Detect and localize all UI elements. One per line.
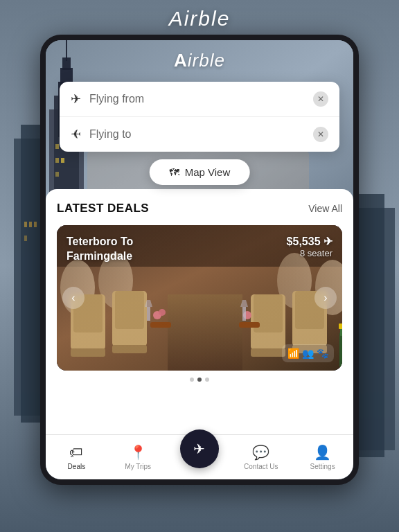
pets-icon: 🐾 <box>317 348 328 359</box>
deal-seats: 8 seater <box>287 248 332 258</box>
svg-rect-22 <box>55 172 59 177</box>
deal-price: $5,535 ✈ <box>287 235 332 248</box>
svg-rect-5 <box>34 222 37 227</box>
flying-to-row[interactable]: ✈ Flying to ✕ <box>60 117 339 152</box>
nav-contact-us[interactable]: 💬 Contact Us <box>230 438 292 476</box>
nav-deals[interactable]: 🏷 Deals <box>46 439 107 476</box>
svg-rect-18 <box>55 144 59 149</box>
map-view-label: Map View <box>185 166 231 178</box>
tablet-frame: Airble ✈ Flying from ✕ ✈ Flying to ✕ 🗺 M… <box>40 35 359 485</box>
passengers-icon: 👥 <box>302 348 314 359</box>
deal-route-line1: Teterboro To <box>66 235 133 249</box>
fab-plane-icon: ✈ <box>193 441 205 457</box>
landing-icon: ✈ <box>71 127 81 142</box>
flying-from-label: Flying from <box>89 93 313 105</box>
wifi-icon: 📶 <box>287 348 299 359</box>
trips-icon: 📍 <box>130 444 147 461</box>
deal-route-line2: Farmingdale <box>66 249 133 264</box>
deal-card[interactable]: Teterboro To Farmingdale $5,535 ✈ 8 seat… <box>57 225 342 371</box>
dot-1 <box>190 378 194 382</box>
flying-to-label: Flying to <box>89 128 313 141</box>
trips-nav-label: My Trips <box>125 463 151 470</box>
nav-settings[interactable]: 👤 Settings <box>292 438 353 476</box>
map-view-button[interactable]: 🗺 Map View <box>150 159 250 185</box>
deals-section: LATEST DEALS View All <box>46 189 353 434</box>
tablet-inner: Airble ✈ Flying from ✕ ✈ Flying to ✕ 🗺 M… <box>46 40 353 479</box>
deal-price-container: $5,535 ✈ 8 seater <box>287 235 332 258</box>
clear-to-button[interactable]: ✕ <box>313 127 328 142</box>
deals-icon: 🏷 <box>69 445 83 461</box>
view-all-link[interactable]: View All <box>308 203 342 214</box>
deal-card-bg: Teterboro To Farmingdale $5,535 ✈ 8 seat… <box>57 225 342 371</box>
contact-icon: 💬 <box>252 444 269 461</box>
map-icon: 🗺 <box>169 166 179 178</box>
carousel-dots <box>57 378 342 382</box>
dot-3 <box>205 378 209 382</box>
deal-route-container: Teterboro To Farmingdale <box>66 235 133 264</box>
svg-rect-20 <box>55 158 59 163</box>
deals-title: LATEST DEALS <box>57 202 149 215</box>
svg-rect-17 <box>66 40 67 61</box>
takeoff-icon: ✈ <box>71 91 81 107</box>
settings-nav-label: Settings <box>310 463 335 470</box>
deal-overlay: Teterboro To Farmingdale $5,535 ✈ 8 seat… <box>57 225 342 371</box>
nav-my-trips[interactable]: 📍 My Trips <box>107 438 169 476</box>
contact-nav-label: Contact Us <box>244 463 278 470</box>
svg-rect-4 <box>29 222 32 227</box>
app-title-outer: Airble <box>169 7 231 30</box>
settings-icon: 👤 <box>314 444 331 461</box>
amenity-icons: 📶 👥 🐾 <box>282 344 334 362</box>
deals-header: LATEST DEALS View All <box>57 202 342 215</box>
clear-from-button[interactable]: ✕ <box>313 91 328 107</box>
flying-from-row[interactable]: ✈ Flying from ✕ <box>60 82 339 117</box>
svg-rect-6 <box>24 236 27 241</box>
search-fab-button[interactable]: ✈ <box>180 429 219 468</box>
app-background: Airble <box>0 0 399 532</box>
dot-2 <box>197 378 202 382</box>
app-brand: Airble <box>174 50 225 71</box>
search-card: ✈ Flying from ✕ ✈ Flying to ✕ <box>60 82 339 152</box>
svg-rect-21 <box>61 158 64 163</box>
next-deal-button[interactable]: › <box>314 287 337 309</box>
bottom-nav: 🏷 Deals 📍 My Trips ✈ 💬 Contact Us <box>46 434 353 479</box>
prev-deal-button[interactable]: ‹ <box>62 287 85 309</box>
deals-nav-label: Deals <box>68 463 86 470</box>
svg-rect-3 <box>24 222 27 227</box>
